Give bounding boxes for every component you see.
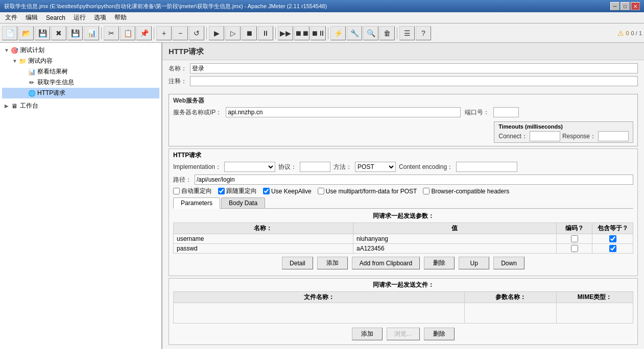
impl-select[interactable]: HttpClient4 Java	[224, 162, 275, 172]
protocol-input[interactable]	[300, 162, 330, 172]
stop-button[interactable]: ⏹	[242, 26, 257, 40]
cb-keepalive[interactable]	[263, 188, 270, 194]
param-include-1[interactable]	[592, 234, 633, 244]
up-button[interactable]: Up	[459, 257, 489, 269]
response-input[interactable]	[598, 131, 629, 141]
shutdown-button[interactable]: ⏸	[258, 26, 273, 40]
name-input[interactable]	[190, 63, 638, 73]
report-button[interactable]: 📊	[84, 26, 99, 40]
cb-browser[interactable]	[423, 188, 430, 194]
param-include-2[interactable]	[592, 244, 633, 254]
expand-icon: ▼	[3, 47, 10, 53]
params-tabs: Parameters Body Data	[173, 197, 633, 209]
path-input[interactable]	[195, 174, 633, 185]
search-toolbar-button[interactable]: 🔍	[363, 26, 378, 40]
close-file-button[interactable]: ✖	[51, 26, 66, 40]
cut-button[interactable]: ✂	[104, 26, 119, 40]
new-button[interactable]: 📄	[2, 26, 17, 40]
method-select[interactable]: GET POST PUT DELETE	[355, 162, 396, 172]
minimize-button[interactable]: ─	[610, 2, 619, 10]
add-file-button[interactable]: 添加	[352, 328, 383, 340]
impl-row: Implementation： HttpClient4 Java 协议： 方法：…	[173, 162, 633, 172]
cb-follow[interactable]	[218, 188, 225, 194]
add-node-button[interactable]: +	[156, 26, 172, 40]
tab-body-data[interactable]: Body Data	[221, 197, 265, 208]
menu-edit[interactable]: 编辑	[22, 13, 41, 22]
menu-options[interactable]: 选项	[91, 13, 109, 22]
browse-button[interactable]: 浏览...	[387, 328, 419, 340]
remote-stop-button[interactable]: ⏹⏹	[294, 26, 309, 40]
remote-exit-button[interactable]: ⏹⏸	[311, 26, 326, 40]
delete-file-button[interactable]: 删除	[424, 328, 455, 340]
path-label: 路径：	[173, 176, 192, 184]
title-bar: 获取学生信息.jmx (E:\besttest\python\python自动化…	[0, 0, 644, 12]
tree-item-workbench[interactable]: ▶ 🖥 工作台	[2, 101, 159, 111]
tab-parameters[interactable]: Parameters	[173, 197, 220, 209]
remote-play-button[interactable]: ▶▶	[278, 26, 293, 40]
include-cb-1[interactable]	[609, 235, 616, 242]
impl-label: Implementation：	[173, 163, 221, 171]
play-nopause-button[interactable]: ▷	[225, 26, 241, 40]
toolbar-right: ⚠ 0 0 / 1	[617, 29, 642, 37]
tree-item-test-plan[interactable]: ▼ 🎯 测试计划	[2, 45, 159, 56]
save-button[interactable]: 💾	[35, 26, 50, 40]
param-encode-2[interactable]	[557, 244, 592, 254]
file-col-name: 文件名称：	[174, 292, 465, 303]
comment-input[interactable]	[190, 76, 638, 86]
cb-multipart-label[interactable]: Use multipart/form-data for POST	[318, 188, 417, 195]
cb-follow-label[interactable]: 跟随重定向	[218, 187, 257, 195]
menu-search[interactable]: Search	[43, 14, 68, 22]
maximize-button[interactable]: □	[621, 2, 630, 10]
menu-run[interactable]: 运行	[70, 13, 89, 22]
cb-keepalive-label[interactable]: Use KeepAlive	[263, 188, 312, 195]
down-button[interactable]: Down	[493, 257, 524, 269]
add-from-clipboard-button[interactable]: Add from Clipboard	[352, 257, 420, 269]
method-label: 方法：	[333, 163, 352, 171]
jmeter-button[interactable]: ⚡	[330, 26, 346, 40]
tree-item-result[interactable]: 📊 察看结果树	[2, 66, 159, 77]
test-plan-icon: 🎯	[10, 46, 18, 55]
menu-file[interactable]: 文件	[2, 13, 20, 22]
delete-param-button[interactable]: 删除	[424, 257, 455, 269]
help-toolbar-button[interactable]: ?	[416, 26, 431, 40]
timeouts-box: Timeouts (milliseconds) Connect： Respons…	[494, 121, 633, 143]
detail-button[interactable]: Detail	[282, 257, 313, 269]
clear-toolbar-button[interactable]: 🗑	[379, 26, 395, 40]
paste-button[interactable]: 📌	[136, 26, 152, 40]
copy-button[interactable]: 📋	[120, 26, 135, 40]
port-input[interactable]	[493, 107, 519, 117]
cb-redirect-label[interactable]: 自动重定向	[173, 187, 212, 195]
refresh-button[interactable]: ↺	[189, 26, 204, 40]
encode-cb-2[interactable]	[571, 245, 578, 252]
play-button[interactable]: ▶	[209, 26, 224, 40]
expand-icon-wb: ▶	[3, 103, 10, 109]
remove-node-button[interactable]: −	[173, 26, 188, 40]
comment-label: 注释：	[169, 77, 187, 86]
file-table: 文件名称： 参数名称： MIME类型：	[173, 291, 633, 323]
param-name-1: username	[174, 234, 353, 244]
tree-item-test-content[interactable]: ▼ 📁 测试内容	[2, 56, 159, 66]
menu-help[interactable]: 帮助	[111, 13, 130, 22]
close-button[interactable]: ✕	[631, 2, 640, 10]
getstudent-icon: ✏	[28, 79, 36, 87]
sep2	[154, 27, 154, 39]
file-col-param: 参数名称：	[465, 292, 557, 303]
tree-item-getstudent[interactable]: ✏ 获取学生信息	[2, 77, 159, 88]
list-button[interactable]: ☰	[399, 26, 415, 40]
connect-input[interactable]	[530, 131, 560, 141]
encode-cb-1[interactable]	[571, 235, 578, 242]
tree-item-http[interactable]: 🌐 HTTP请求	[2, 88, 159, 98]
server-input[interactable]	[226, 107, 461, 117]
include-cb-2[interactable]	[609, 245, 616, 252]
save-as-button[interactable]: 💾	[67, 26, 83, 40]
cb-multipart[interactable]	[318, 188, 324, 194]
add-param-button[interactable]: 添加	[317, 257, 348, 269]
cb-browser-label[interactable]: Browser-compatible headers	[423, 188, 509, 195]
cb-redirect[interactable]	[173, 188, 180, 194]
params-title: 同请求一起发送参数：	[173, 212, 633, 220]
encoding-input[interactable]	[456, 162, 517, 172]
param-encode-1[interactable]	[557, 234, 592, 244]
open-button[interactable]: 📂	[18, 26, 34, 40]
funnel-button[interactable]: 🔧	[347, 26, 362, 40]
file-section-title: 同请求一起发送文件：	[173, 281, 633, 289]
